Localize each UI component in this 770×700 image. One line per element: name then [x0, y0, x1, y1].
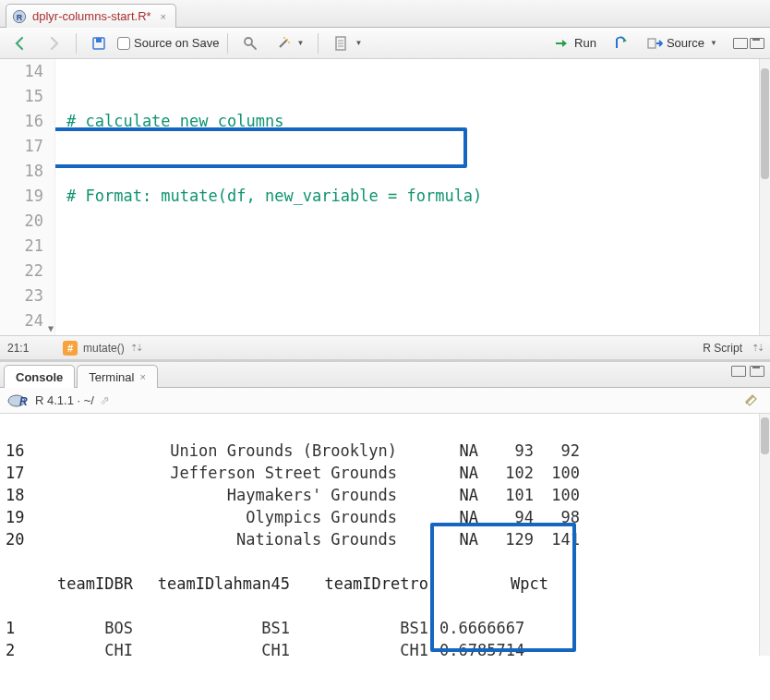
console-scrollbar[interactable] [759, 414, 770, 656]
tab-terminal[interactable]: Terminal × [77, 365, 158, 388]
console-info-text: R 4.1.1 · ~/ [35, 393, 94, 407]
line-number: 22 [0, 259, 43, 284]
forward-button[interactable] [39, 31, 68, 55]
console-output[interactable]: 16Union Grounds (Brooklyn)NA939217Jeffer… [0, 414, 770, 656]
toolbar-right: Run Source ▼ [547, 31, 764, 55]
teamidbr: BOS [35, 617, 137, 639]
teamidlahman: BS1 [137, 617, 294, 639]
source-on-save-label: Source on Save [134, 36, 220, 50]
line-number: 15 [0, 84, 43, 109]
tab-console[interactable]: Console [4, 365, 75, 388]
scrollbar-thumb[interactable] [761, 417, 769, 454]
chevron-down-icon: ▼ [297, 39, 305, 47]
find-button[interactable] [235, 31, 265, 55]
num-value: 100 [534, 484, 580, 506]
source-on-save-toggle[interactable]: Source on Save [117, 36, 220, 50]
scope-crumb[interactable]: mutate() [83, 342, 125, 355]
fold-caret-icon[interactable]: ▼ [44, 316, 54, 341]
num-value: 101 [478, 484, 534, 506]
wpct-value: 0.6666667 [432, 617, 552, 639]
editor-scrollbar[interactable] [759, 59, 770, 335]
scrollbar-thumb[interactable] [761, 68, 769, 179]
save-button[interactable] [84, 31, 114, 55]
col-header: teamIDBR [35, 573, 137, 595]
back-button[interactable] [6, 31, 35, 55]
console-row: 20Nationals GroundsNA129141 [6, 528, 770, 550]
num-value: 94 [478, 506, 534, 528]
svg-point-8 [288, 42, 290, 43]
scope-sort-icon[interactable]: ⇡⇣ [130, 343, 141, 353]
park-name: Union Grounds (Brooklyn) [35, 440, 404, 462]
na-value: NA [404, 528, 478, 550]
run-button-label: Run [574, 36, 596, 50]
code-area[interactable]: # calculate new columns # Format: mutate… [55, 59, 770, 335]
line-number: 19 [0, 184, 43, 209]
teamidlahman: CH1 [137, 639, 294, 656]
clear-console-icon[interactable] [742, 391, 761, 410]
pane-maximize-icon[interactable] [750, 38, 764, 49]
close-tab-icon[interactable]: × [161, 11, 166, 22]
close-tab-icon[interactable]: × [139, 371, 145, 382]
col-header: teamIDlahman45 [137, 573, 294, 595]
num-value: 92 [534, 440, 580, 462]
svg-rect-3 [96, 38, 102, 42]
park-name: Jefferson Street Grounds [35, 462, 404, 484]
wand-button[interactable]: ▼ [269, 31, 311, 55]
checkbox-icon[interactable] [117, 37, 130, 50]
num-value: 102 [478, 462, 534, 484]
num-value: 98 [534, 506, 580, 528]
line-number: 14 [0, 59, 43, 84]
row-index: 18 [6, 484, 35, 506]
toolbar-separator [318, 33, 319, 54]
console-row: 2CHICH1CH10.6785714 [6, 639, 770, 656]
row-index: 20 [6, 528, 35, 550]
rerun-button[interactable] [607, 31, 636, 55]
r-logo-icon: R [7, 392, 28, 409]
pane-minimize-icon[interactable] [733, 38, 748, 49]
tab-terminal-label: Terminal [89, 370, 134, 384]
na-value: NA [404, 440, 478, 462]
language-sort-icon[interactable]: ⇡⇣ [752, 343, 763, 353]
svg-line-6 [280, 40, 287, 47]
line-number: 16 [0, 109, 43, 134]
code-line [66, 259, 761, 284]
line-number: 20 [0, 209, 43, 234]
source-button[interactable]: Source ▼ [640, 31, 724, 55]
code-line: # Format: mutate(df, new_variable = form… [66, 184, 761, 209]
function-pill-icon: # [63, 341, 78, 356]
svg-line-5 [251, 44, 256, 49]
toolbar-separator [76, 33, 77, 54]
pane-maximize-icon[interactable] [750, 366, 764, 377]
code-line: mutate(teams, Wpct = W / (W + L)) [66, 333, 761, 335]
editor-statusbar: 21:1 # mutate() ⇡⇣ R Script ⇡⇣ [0, 336, 770, 360]
console-tab-bar: Console Terminal × [0, 362, 770, 388]
row-index: 1 [6, 617, 35, 639]
teamidretro: BS1 [294, 617, 432, 639]
editor-tab-bar: R dplyr-columns-start.R* × [0, 0, 770, 28]
source-button-label: Source [667, 36, 704, 50]
tab-console-label: Console [16, 370, 63, 384]
console-panel: Console Terminal × R R 4.1.1 · ~/ ⇗ 16Un… [0, 360, 770, 656]
console-row: 1BOSBS1BS10.6666667 [6, 617, 770, 639]
console-row: 17Jefferson Street GroundsNA102100 [6, 462, 770, 484]
console-row: 18Haymakers' GroundsNA101100 [6, 484, 770, 506]
share-icon[interactable]: ⇗ [100, 393, 110, 407]
na-value: NA [404, 462, 478, 484]
language-label[interactable]: R Script [703, 342, 742, 355]
pane-minimize-icon[interactable] [731, 366, 746, 377]
svg-point-7 [286, 39, 288, 41]
row-index: 2 [6, 639, 35, 656]
park-name: Nationals Grounds [35, 528, 404, 550]
wpct-value: 0.6785714 [432, 639, 552, 656]
row-index: 17 [6, 462, 35, 484]
file-tab-label: dplyr-columns-start.R* [32, 9, 151, 23]
chevron-down-icon: ▼ [710, 39, 717, 47]
report-button[interactable]: ▼ [326, 31, 368, 55]
run-button[interactable]: Run [547, 31, 603, 55]
console-row: 16Union Grounds (Brooklyn)NA9392 [6, 440, 770, 462]
line-number: 23 [0, 284, 43, 308]
file-tab[interactable]: R dplyr-columns-start.R* × [6, 4, 176, 28]
line-number: 21 [0, 234, 43, 259]
code-editor[interactable]: 14 15 16 17 18 19 20 21 22 23 24 ▼ # cal… [0, 59, 770, 336]
park-name: Olympics Grounds [35, 506, 404, 528]
